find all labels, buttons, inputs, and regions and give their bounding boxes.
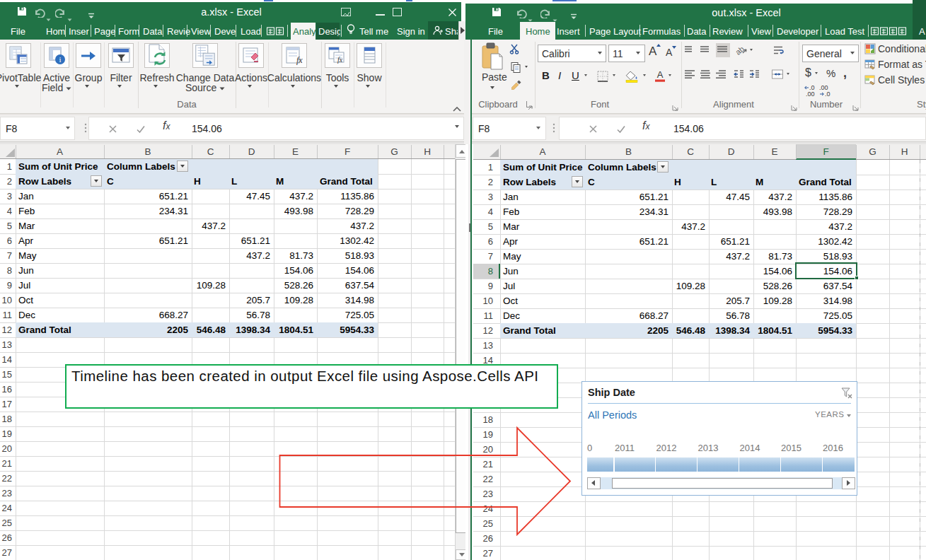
svg-text:fx: fx [337, 56, 343, 64]
svg-text:i: i [59, 55, 61, 64]
svg-text:fx: fx [296, 55, 303, 65]
svg-text:A: A [657, 69, 664, 80]
